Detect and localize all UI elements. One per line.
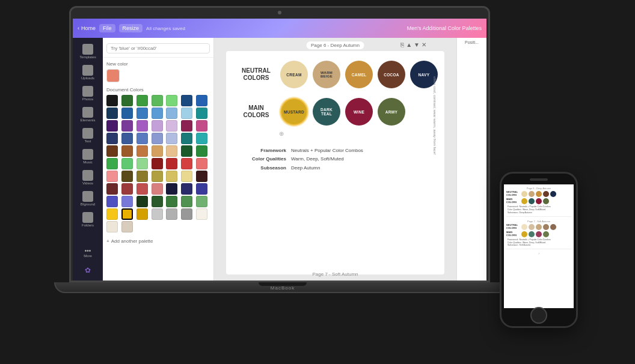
phone-home-button[interactable] <box>530 307 547 324</box>
color-swatch[interactable] <box>121 183 133 195</box>
color-swatch[interactable] <box>166 108 177 119</box>
color-swatch[interactable] <box>196 95 207 106</box>
color-swatch[interactable] <box>196 171 207 182</box>
color-swatch[interactable] <box>181 183 192 195</box>
mustard-circle[interactable]: MUSTARD <box>280 98 308 126</box>
color-swatch[interactable] <box>137 158 148 169</box>
color-swatch[interactable] <box>166 120 177 132</box>
wine-circle[interactable]: WINE <box>345 98 373 126</box>
sidebar-item-folders[interactable]: Folders <box>73 210 103 229</box>
copy-icon[interactable]: ⎘ <box>400 41 404 48</box>
color-swatch[interactable] <box>121 120 133 132</box>
camel-circle[interactable]: CAMEL <box>345 61 373 88</box>
sidebar-item-more[interactable]: ••• More <box>73 245 103 260</box>
dark-teal-circle[interactable]: DARKTEAL <box>313 98 340 126</box>
color-swatch[interactable] <box>181 120 192 132</box>
sidebar-item-photos[interactable]: Photos <box>73 83 103 103</box>
color-swatch[interactable] <box>121 95 133 106</box>
sidebar-item-elements[interactable]: Elements <box>73 105 103 124</box>
color-swatch[interactable] <box>106 145 118 157</box>
color-swatch[interactable] <box>152 158 163 169</box>
color-swatch[interactable] <box>152 145 163 157</box>
color-swatch[interactable] <box>152 120 163 132</box>
color-swatch[interactable] <box>106 208 118 220</box>
color-swatch[interactable] <box>106 133 118 144</box>
color-swatch[interactable] <box>121 196 133 207</box>
new-color-swatch[interactable] <box>106 69 120 82</box>
color-swatch[interactable] <box>121 158 133 169</box>
warm-beige-circle[interactable]: WARMBEIGE <box>313 61 340 88</box>
color-swatch[interactable] <box>137 208 148 220</box>
resize-icon[interactable]: ⊕ <box>279 130 284 137</box>
cream-circle[interactable]: CREAM <box>280 61 308 88</box>
sidebar-item-music[interactable]: Music <box>73 147 103 166</box>
resize-button[interactable]: Resize <box>119 24 143 32</box>
color-swatch[interactable] <box>181 95 192 106</box>
color-swatch[interactable] <box>106 95 118 106</box>
army-circle[interactable]: ARMY <box>378 98 405 126</box>
color-swatch[interactable] <box>106 108 118 119</box>
color-swatch[interactable] <box>137 95 148 106</box>
color-swatch[interactable] <box>181 196 192 207</box>
color-swatch[interactable] <box>121 133 133 144</box>
color-swatch[interactable] <box>196 158 207 169</box>
color-swatch[interactable] <box>196 145 207 157</box>
color-swatch[interactable] <box>106 158 118 169</box>
color-search-input[interactable] <box>106 43 210 53</box>
cocoa-circle[interactable]: COCOA <box>378 61 405 88</box>
color-swatch[interactable] <box>181 133 192 144</box>
color-swatch[interactable] <box>181 145 192 157</box>
chevron-up-icon[interactable]: ▲ <box>406 41 412 48</box>
color-swatch[interactable] <box>137 133 148 144</box>
color-swatch[interactable] <box>166 158 177 169</box>
sidebar-item-text[interactable]: Text <box>73 126 103 145</box>
close-icon[interactable]: ✕ <box>422 41 426 48</box>
color-swatch[interactable] <box>137 108 148 119</box>
color-swatch[interactable] <box>121 108 133 119</box>
color-swatch[interactable] <box>152 171 163 182</box>
color-swatch[interactable] <box>152 95 163 106</box>
color-swatch[interactable] <box>166 145 177 157</box>
color-swatch[interactable] <box>196 108 207 119</box>
color-swatch[interactable] <box>196 183 207 195</box>
color-swatch[interactable] <box>106 221 118 232</box>
color-swatch[interactable] <box>196 120 207 132</box>
color-swatch[interactable] <box>152 183 163 195</box>
file-button[interactable]: File <box>99 24 115 32</box>
color-swatch[interactable] <box>121 221 133 232</box>
color-swatch[interactable] <box>196 196 207 207</box>
color-swatch[interactable] <box>166 208 177 220</box>
sidebar-item-templates[interactable]: Templates <box>73 41 103 61</box>
color-swatch[interactable] <box>166 95 177 106</box>
color-swatch[interactable] <box>137 196 148 207</box>
color-swatch[interactable] <box>106 196 118 207</box>
back-nav[interactable]: ‹ Home <box>78 25 96 31</box>
color-swatch-selected[interactable] <box>121 208 133 220</box>
chevron-down-icon[interactable]: ▼ <box>414 41 420 48</box>
color-swatch[interactable] <box>181 208 192 220</box>
color-swatch[interactable] <box>121 145 133 157</box>
color-swatch[interactable] <box>166 196 177 207</box>
color-swatch[interactable] <box>137 145 148 157</box>
color-swatch[interactable] <box>166 133 177 144</box>
color-swatch[interactable] <box>106 183 118 195</box>
color-swatch[interactable] <box>106 120 118 132</box>
add-palette-button[interactable]: + Add another palette <box>103 235 213 247</box>
color-swatch[interactable] <box>152 108 163 119</box>
color-swatch[interactable] <box>196 208 207 220</box>
color-swatch[interactable] <box>166 171 177 182</box>
color-swatch[interactable] <box>152 133 163 144</box>
color-swatch[interactable] <box>152 208 163 220</box>
color-swatch[interactable] <box>181 158 192 169</box>
color-swatch[interactable] <box>152 196 163 207</box>
sidebar-item-videos[interactable]: Videos <box>73 168 103 187</box>
home-link[interactable]: Home <box>81 25 96 31</box>
color-swatch[interactable] <box>106 171 118 182</box>
color-swatch[interactable] <box>137 171 148 182</box>
color-swatch[interactable] <box>137 183 148 195</box>
color-swatch[interactable] <box>196 133 207 144</box>
color-swatch[interactable] <box>181 108 192 119</box>
color-swatch[interactable] <box>137 120 148 132</box>
color-swatch[interactable] <box>121 171 133 182</box>
color-swatch[interactable] <box>166 183 177 195</box>
